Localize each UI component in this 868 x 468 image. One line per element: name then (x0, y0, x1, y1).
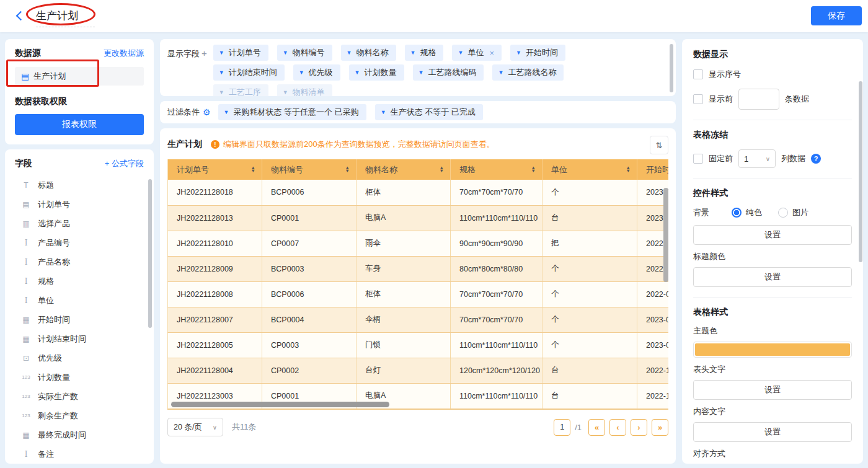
table-row[interactable]: JH20221128009BCP0003车身80cm*80cm*80/80个20… (168, 256, 669, 281)
table-column-header[interactable]: 开始时间▲▼ (637, 159, 669, 180)
header-text-set-button[interactable]: 设置 (693, 380, 852, 400)
chevron-down-icon: ▼ (381, 109, 386, 115)
field-item[interactable]: I产品编号 (15, 233, 144, 252)
table-row[interactable]: JH20221128004CP0002台灯120cm*120cm*120/120… (168, 358, 669, 383)
show-first-checkbox[interactable] (693, 94, 703, 104)
display-field-chip[interactable]: ▼物料名称 (341, 45, 396, 61)
prev-page-button[interactable]: ‹ (609, 419, 626, 436)
table-column-header[interactable]: 物料编号▲▼ (262, 159, 356, 180)
sort-arrows-icon[interactable]: ▲▼ (626, 167, 631, 172)
chevron-down-icon: ▼ (224, 109, 229, 115)
field-item[interactable]: T标题 (15, 175, 144, 195)
field-item-label: 标题 (38, 180, 54, 191)
display-field-chip[interactable]: ▼工艺路线名称 (492, 64, 564, 81)
gear-icon[interactable]: ⚙ (203, 107, 211, 117)
table-cell: JH20221128008 (168, 281, 262, 307)
field-item[interactable]: ▦计划结束时间 (15, 329, 144, 348)
theme-color-swatch[interactable] (693, 342, 852, 358)
fields-list: T标题▤计划单号▥选择产品I产品编号I产品名称I规格I单位▦开始时间▦计划结束时… (15, 175, 144, 464)
display-field-chip[interactable]: ▼工艺路线编码 (413, 64, 484, 81)
field-item[interactable]: ▥选择产品 (15, 214, 144, 233)
sort-arrows-icon[interactable]: ▲▼ (345, 167, 350, 172)
radio-solid-color[interactable]: 纯色 (732, 207, 762, 218)
field-item[interactable]: 123实际生产数 (15, 387, 144, 406)
fields-scrollbar[interactable] (148, 179, 152, 328)
freeze-columns-checkbox[interactable] (693, 154, 703, 164)
sort-arrows-icon[interactable]: ▲▼ (531, 167, 536, 172)
bar-chart-icon: ▥ (20, 219, 32, 228)
field-item[interactable]: I单位 (15, 291, 144, 310)
field-item[interactable]: ▦开始时间 (15, 310, 144, 329)
field-item[interactable]: 123计划数量 (15, 368, 144, 387)
last-page-button[interactable]: » (652, 419, 668, 436)
table-vertical-scrollbar[interactable] (663, 188, 668, 282)
display-field-chip[interactable]: ▼优先级 (293, 64, 340, 81)
first-page-button[interactable]: « (588, 419, 605, 436)
table-horizontal-scrollbar[interactable] (171, 402, 389, 407)
sort-order-icon[interactable]: ⇅ (650, 136, 668, 154)
display-field-chip[interactable]: ▼规格 (405, 45, 444, 61)
field-item[interactable]: I产品名称 (15, 252, 144, 272)
show-first-prefix: 显示前 (709, 94, 733, 105)
table-column-header[interactable]: 计划单号▲▼ (168, 159, 262, 180)
table-row[interactable]: JH20221128007BCP0004伞柄70cm*70cm*70/70个20… (168, 307, 669, 332)
table-column-header[interactable]: 单位▲▼ (542, 159, 637, 180)
change-datasource-link[interactable]: 更改数据源 (104, 48, 144, 59)
page-size-select[interactable]: 20 条/页 ∨ (167, 418, 223, 436)
field-item[interactable]: ▤计划单号 (15, 195, 144, 214)
display-fields-scrollbar[interactable] (670, 44, 673, 92)
content-text-set-button[interactable]: 设置 (693, 422, 852, 442)
settings-scrollbar[interactable] (859, 81, 862, 262)
field-item[interactable]: I规格 (15, 272, 144, 291)
table-freeze-title: 表格冻结 (693, 130, 852, 141)
display-field-chip[interactable]: ▼计划结束时间 (213, 64, 285, 81)
display-field-chip[interactable]: ▼工艺工序 (213, 84, 268, 96)
close-icon[interactable]: × (489, 48, 494, 58)
table-row[interactable]: JH20221128018BCP0006柜体70cm*70cm*70/70个20… (168, 180, 669, 205)
display-field-chip[interactable]: ▼计划单号 (213, 45, 268, 61)
display-field-chip[interactable]: ▼物料清单 (277, 84, 332, 96)
text-icon: I (20, 277, 32, 286)
page-number-input[interactable]: 1 (554, 419, 570, 436)
sort-arrows-icon[interactable]: ▲▼ (440, 167, 444, 172)
display-field-chip[interactable]: ▼计划数量 (349, 64, 404, 81)
display-field-chip[interactable]: ▼物料编号 (277, 45, 332, 61)
table-row[interactable]: JH20221128008BCP0006柜体70cm*70cm*70/70个20… (168, 281, 669, 307)
freeze-count-select[interactable]: 1 ∨ (738, 149, 776, 168)
title-color-set-button[interactable]: 设置 (693, 267, 852, 287)
table-cell: 伞柄 (356, 307, 451, 332)
page-title[interactable]: 生产计划 (36, 9, 95, 27)
table-cell: 个 (542, 281, 637, 307)
next-page-button[interactable]: › (631, 419, 647, 436)
add-display-field-icon[interactable]: + (202, 48, 207, 58)
save-button[interactable]: 保存 (811, 6, 862, 25)
add-formula-field-link[interactable]: + 公式字段 (105, 158, 144, 169)
help-icon[interactable]: ? (811, 154, 821, 164)
field-item[interactable]: ⊡优先级 (15, 348, 144, 368)
table-column-header[interactable]: 规格▲▼ (451, 159, 542, 180)
table-row[interactable]: JH20221128013CP0001电脑A110cm*110cm*110/11… (168, 205, 669, 231)
display-field-chip[interactable]: ▼单位× (452, 45, 502, 61)
table-column-header[interactable]: 物料名称▲▼ (356, 159, 451, 180)
back-icon[interactable] (16, 11, 26, 21)
datasource-item[interactable]: ▤ 生产计划 (15, 67, 144, 86)
table-cell: 台灯 (356, 358, 451, 383)
field-item[interactable]: ▦最终完成时间 (15, 425, 144, 444)
filter-chip[interactable]: ▼生产状态 不等于 已完成 (375, 104, 483, 120)
field-item[interactable]: 123剩余生产数 (15, 406, 144, 425)
show-index-checkbox[interactable] (693, 69, 703, 79)
report-permission-button[interactable]: 报表权限 (15, 114, 144, 135)
background-set-button[interactable]: 设置 (693, 225, 852, 245)
select-icon: ⊡ (20, 354, 32, 363)
table-row[interactable]: JH20221128005CP0003门锁110cm*110cm*110/110… (168, 332, 669, 358)
number-icon: 123 (20, 413, 32, 418)
table-cell: JH20221128009 (168, 256, 262, 281)
display-field-chip[interactable]: ▼开始时间 (510, 45, 565, 61)
sort-arrows-icon[interactable]: ▲▼ (251, 167, 255, 172)
table-row[interactable]: JH20221128010CP0007雨伞90cm*90cm*90/90把202… (168, 231, 669, 256)
filter-chip[interactable]: ▼采购耗材状态 等于任意一个 已采购 (218, 104, 366, 120)
radio-image[interactable]: 图片 (778, 207, 808, 218)
field-item[interactable]: I备注 (15, 444, 144, 464)
table-cell: JH20221128005 (168, 332, 262, 358)
show-first-count-input[interactable] (738, 89, 779, 110)
